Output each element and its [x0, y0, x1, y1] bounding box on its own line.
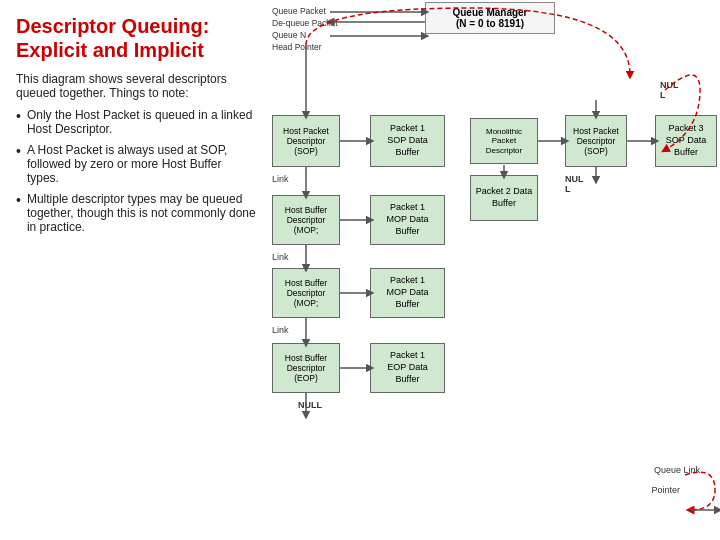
link-label-1: Link [272, 174, 289, 184]
null-label-second: NULL [565, 174, 584, 194]
head-pointer-label: Head Pointer [272, 42, 338, 54]
packet2-data-buffer: Packet 2 Data Buffer [470, 175, 538, 221]
packet1-sop-buffer: Packet 1SOP DataBuffer [370, 115, 445, 167]
bullet-list: Only the Host Packet is queued in a link… [16, 108, 256, 234]
bullet-item-2: A Host Packet is always used at SOP, fol… [16, 143, 256, 185]
left-panel: Descriptor Queuing:Explicit and Implicit… [0, 0, 270, 540]
host-packet-desc-sop-right: Host Packet Descriptor (SOP) [565, 115, 627, 167]
host-buffer-desc-eop: Host Buffer Descriptor (EOP) [272, 343, 340, 393]
packet1-mop-buffer2: Packet 1MOP DataBuffer [370, 268, 445, 318]
pointer-label: Pointer [651, 485, 680, 495]
link-label-2: Link [272, 252, 289, 262]
intro-text: This diagram shows several descriptors q… [16, 72, 256, 100]
packet1-eop-buffer: Packet 1EOP DataBuffer [370, 343, 445, 393]
queue-manager-subtitle: (N = 0 to 8191) [430, 18, 550, 29]
monolithic-packet-desc: Monolithic Packet Descriptor [470, 118, 538, 164]
queue-labels: Queue Packet De-queue Packet Queue N Hea… [272, 6, 338, 54]
bullet-item-1: Only the Host Packet is queued in a link… [16, 108, 256, 136]
host-buffer-desc-mop1: Host Buffer Descriptor (MOP; [272, 195, 340, 245]
packet1-mop-buffer1: Packet 1MOP DataBuffer [370, 195, 445, 245]
queue-manager-title: Queue Manager [430, 7, 550, 18]
null-bottom: NULL [298, 400, 322, 410]
diagram-panel: Queue Packet De-queue Packet Queue N Hea… [270, 0, 720, 540]
queue-manager-box: Queue Manager (N = 0 to 8191) [425, 2, 555, 34]
page-title: Descriptor Queuing:Explicit and Implicit [16, 14, 256, 62]
queue-n-label: Queue N [272, 30, 338, 42]
bullet-item-3: Multiple descriptor types may be queued … [16, 192, 256, 234]
packet3-sop-buffer: Packet 3SOP DataBuffer [655, 115, 717, 167]
link-label-3: Link [272, 325, 289, 335]
host-packet-desc-sop: Host Packet Descriptor (SOP) [272, 115, 340, 167]
queue-link-label: Queue Link [654, 465, 700, 475]
queue-packet-label: Queue Packet [272, 6, 338, 18]
null-label-top: NULL [660, 80, 679, 100]
host-buffer-desc-mop2: Host Buffer Descriptor (MOP; [272, 268, 340, 318]
dequeue-packet-label: De-queue Packet [272, 18, 338, 30]
